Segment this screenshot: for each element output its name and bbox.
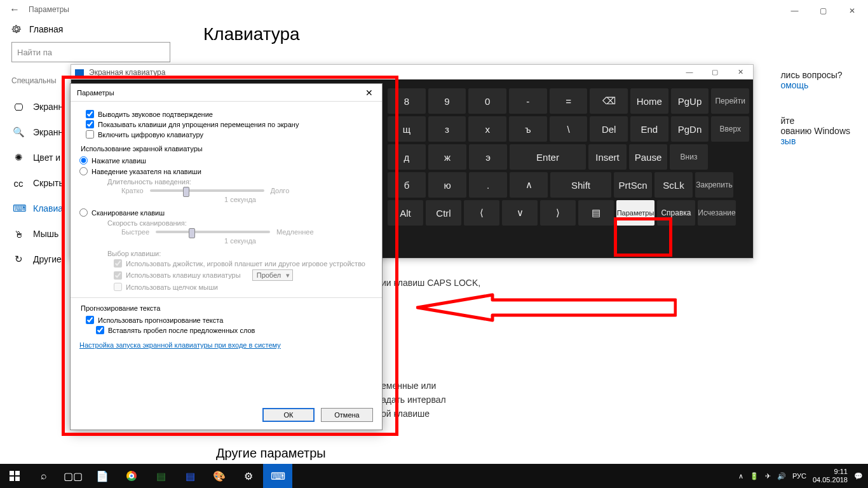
key-8[interactable]: 8 [388, 88, 426, 114]
radio-scan-box[interactable] [79, 208, 88, 217]
params-close-button[interactable]: ✕ [356, 84, 382, 102]
system-tray: ∧ 🔋 ✈ 🔊 РУС 9:11 04.05.2018 💬 [738, 468, 868, 484]
chk-prediction[interactable]: Использовать прогнозирование текста [86, 316, 373, 324]
key-help[interactable]: Справка [657, 200, 695, 226]
radio-click[interactable]: Нажатие клавиш [79, 156, 373, 165]
refresh-icon: ↻ [13, 254, 24, 265]
chk-sound-box[interactable] [86, 110, 94, 118]
key-eh[interactable]: э [469, 144, 507, 170]
chk-space-after[interactable]: Вставлять пробел после предложенных слов [96, 326, 373, 334]
feedback-link[interactable]: зыв [780, 136, 850, 146]
back-icon[interactable]: ← [10, 4, 20, 15]
chk-show-keys[interactable]: Показывать клавиши для упрощения перемещ… [86, 120, 373, 128]
key-right[interactable]: ⟩ [540, 200, 576, 226]
chk-show-box[interactable] [86, 120, 94, 128]
key-del[interactable]: Del [590, 116, 628, 142]
key-down-nav[interactable]: Вниз [670, 144, 708, 170]
chk-space-label: Вставлять пробел после предложенных слов [108, 327, 255, 334]
key-z[interactable]: з [428, 116, 466, 142]
key-kh[interactable]: х [468, 116, 506, 142]
key-zh[interactable]: ж [428, 144, 466, 170]
osk-close[interactable]: ✕ [728, 65, 753, 79]
key-home[interactable]: Home [630, 88, 668, 114]
taskbar-word[interactable]: ▤ [175, 464, 205, 488]
key-up-nav[interactable]: Вверх [711, 116, 749, 142]
key-hard[interactable]: ъ [509, 116, 547, 142]
chk-sound[interactable]: Выводить звуковое подтверждение [86, 110, 373, 118]
key-shch[interactable]: щ [388, 116, 426, 142]
key-sclk[interactable]: ScLk [654, 172, 693, 198]
key-equals[interactable]: = [550, 88, 588, 114]
key-nav[interactable]: Перейти [711, 88, 749, 114]
radio-hover[interactable]: Наведение указателя на клавиши [79, 167, 373, 175]
key-dock[interactable]: Закрепить [695, 172, 733, 198]
taskbar-paint[interactable]: 🎨 [205, 464, 234, 488]
taskbar-excel[interactable]: ▤ [146, 464, 175, 488]
key-b[interactable]: б [388, 172, 426, 198]
help-link[interactable]: омощь [780, 80, 850, 90]
key-enter[interactable]: Enter [510, 144, 586, 170]
key-shift[interactable]: Shift [550, 172, 611, 198]
radio-hover-label: Наведение указателя на клавиши [92, 168, 201, 175]
key-ctrl[interactable]: Ctrl [426, 200, 461, 226]
key-end[interactable]: End [630, 116, 668, 142]
search-button[interactable]: ⌕ [29, 464, 58, 488]
taskview-button[interactable]: ▢▢ [58, 464, 88, 488]
key-9[interactable]: 9 [428, 88, 466, 114]
key-pgup[interactable]: PgUp [671, 88, 709, 114]
minimize-button[interactable]: — [780, 2, 809, 20]
key-pgdn[interactable]: PgDn [671, 116, 709, 142]
radio-hover-box[interactable] [79, 167, 88, 175]
sidebar-home[interactable]: Главная [11, 24, 191, 34]
key-0[interactable]: 0 [468, 88, 506, 114]
key-backslash[interactable]: \ [550, 116, 588, 142]
key-yu[interactable]: ю [428, 172, 466, 198]
key-menu[interactable]: ▤ [578, 200, 614, 226]
start-button[interactable] [0, 464, 29, 488]
chk-pred-box[interactable] [86, 316, 94, 324]
tray-notifications-icon[interactable]: 💬 [854, 472, 863, 480]
key-prtscn[interactable]: PrtScn [614, 172, 652, 198]
tray-network-icon[interactable]: ✈ [765, 472, 771, 480]
tray-chevron-icon[interactable]: ∧ [738, 472, 743, 480]
taskbar-chrome[interactable] [117, 464, 146, 488]
key-minus[interactable]: - [509, 88, 547, 114]
key-d[interactable]: д [388, 144, 426, 170]
body-text-caps: ии клавиш CAPS LOCK, [381, 276, 868, 290]
maximize-button[interactable]: ▢ [809, 2, 837, 20]
sidebar-item-label: Клавиа [33, 203, 63, 214]
key-up-arrow[interactable]: ∧ [510, 172, 548, 198]
tray-clock[interactable]: 9:11 04.05.2018 [813, 468, 848, 484]
key-params[interactable]: Параметры [616, 200, 654, 226]
tray-battery-icon[interactable]: 🔋 [750, 472, 759, 480]
taskbar-osk[interactable]: ⌨ [263, 464, 292, 488]
params-titlebar[interactable]: Параметры ✕ [71, 84, 382, 102]
chk-numpad-box[interactable] [86, 130, 94, 139]
taskbar-settings[interactable]: ⚙ [234, 464, 263, 488]
osk-maximize[interactable]: ▢ [702, 65, 728, 79]
cancel-button[interactable]: Отмена [321, 408, 373, 422]
chk-numpad[interactable]: Включить цифровую клавиатуру [86, 130, 373, 139]
osk-titlebar[interactable]: Экранная клавиатура [71, 65, 753, 79]
tray-volume-icon[interactable]: 🔊 [777, 472, 786, 480]
key-fade[interactable]: Исчезание [698, 200, 736, 226]
chk-mouse-label: Использовать щелчок мыши [126, 283, 218, 291]
radio-scan[interactable]: Сканирование клавиш [79, 208, 373, 217]
chk-space-box[interactable] [96, 326, 104, 334]
key-pause[interactable]: Pause [629, 144, 667, 170]
startup-link[interactable]: Настройка запуска экранной клавиатуры пр… [79, 341, 281, 349]
key-backspace[interactable]: ⌫ [590, 88, 628, 114]
taskbar-notepad[interactable]: 📄 [88, 464, 117, 488]
key-dot[interactable]: . [469, 172, 507, 198]
ok-button[interactable]: ОК [262, 408, 315, 422]
tray-lang[interactable]: РУС [792, 472, 806, 480]
search-input[interactable]: Найти па [11, 42, 170, 62]
chk-joy-label: Использовать джойстик, игровой планшет и… [126, 260, 365, 268]
radio-click-box[interactable] [79, 156, 88, 165]
key-alt[interactable]: Alt [388, 200, 423, 226]
key-left[interactable]: ⟨ [464, 200, 499, 226]
osk-minimize[interactable]: — [677, 65, 702, 79]
close-button[interactable]: ✕ [837, 2, 866, 20]
key-down[interactable]: ∨ [502, 200, 538, 226]
key-insert[interactable]: Insert [588, 144, 627, 170]
